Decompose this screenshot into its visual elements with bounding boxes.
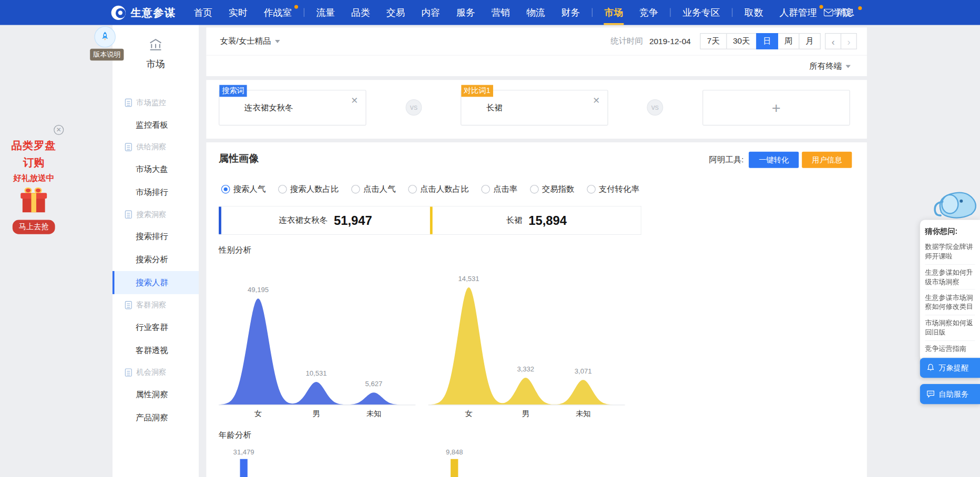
sidebar-item-搜索人群[interactable]: 搜索人群 (113, 271, 199, 294)
nav-item-业务专区[interactable]: 业务专区 (675, 0, 728, 25)
pager-group: ‹ › (825, 33, 856, 49)
age-bar-value: 9,848 (436, 449, 473, 456)
gift-icon (19, 188, 48, 214)
self-service-button[interactable]: 自助服务 (920, 384, 980, 404)
nav-item-交易[interactable]: 交易 (378, 0, 413, 25)
nav-item-内容[interactable]: 内容 (413, 0, 448, 25)
promo-close-icon[interactable]: ✕ (54, 125, 64, 135)
promo-cta-button[interactable]: 马上去抢 (13, 220, 55, 234)
assistant-panel-title: 猜你想问: (925, 225, 975, 239)
ask-question[interactable]: 数据学院金牌讲师开课啦 (925, 239, 975, 264)
tools-label: 阿明工具: (709, 154, 744, 165)
sidebar-section-供给洞察: 供给洞察 (113, 136, 199, 157)
sidebar-item-客群透视[interactable]: 客群透视 (113, 338, 199, 361)
metric-label: 点击率 (493, 184, 517, 195)
period-button-7天[interactable]: 7天 (700, 33, 727, 49)
nav-separator (670, 8, 670, 17)
period-button-周[interactable]: 周 (778, 33, 800, 49)
messages-entry[interactable]: 消息 (824, 0, 862, 25)
sidebar-item-搜索排行[interactable]: 搜索排行 (113, 225, 199, 248)
sidebar-item-搜索分析[interactable]: 搜索分析 (113, 248, 199, 271)
nav-item-财务[interactable]: 财务 (553, 0, 588, 25)
compare-cell: 连衣裙女秋冬51,947 (219, 206, 430, 234)
document-icon (125, 368, 132, 376)
radio-icon (530, 185, 539, 194)
terminal-filter[interactable]: 所有终端 (809, 60, 850, 71)
prev-page-button[interactable]: ‹ (825, 33, 841, 49)
metric-option-交易指数[interactable]: 交易指数 (530, 184, 574, 195)
metric-option-点击率[interactable]: 点击率 (481, 184, 517, 195)
sidebar-section-客群洞察: 客群洞察 (113, 294, 199, 315)
nav-item-市场[interactable]: 市场 (596, 0, 631, 25)
gender-chart-term1: 49,195女10,531男5,627未知 (219, 262, 415, 420)
terminal-filter-value: 所有终端 (809, 60, 842, 71)
nav-item-服务[interactable]: 服务 (448, 0, 483, 25)
next-page-button[interactable]: › (841, 33, 857, 49)
sidebar-item-市场排行[interactable]: 市场排行 (113, 181, 199, 204)
nav-item-人群管理[interactable]: 人群管理 (771, 0, 825, 25)
nav-item-物流[interactable]: 物流 (518, 0, 553, 25)
elephant-mascot[interactable] (927, 181, 980, 222)
rocket-icon (95, 26, 116, 47)
filter-toolbar: 女装/女士精品 统计时间 2019-12-04 7天30天日周月 ‹ › 所有终… (206, 27, 867, 76)
action-label: 万象提醒 (939, 362, 969, 373)
promo-line: 订购 (5, 155, 63, 170)
sidebar: 市场 市场监控监控看板供给洞察市场大盘市场排行搜索洞察搜索排行搜索分析搜索人群客… (113, 25, 199, 477)
compare-term-box[interactable]: 对比词1 长裙 ✕ (461, 90, 608, 126)
nav-item-流量[interactable]: 流量 (308, 0, 343, 25)
ask-question[interactable]: 生意参谋市场洞察如何修改类目 (925, 289, 975, 315)
period-button-日[interactable]: 日 (756, 33, 778, 49)
new-badge (819, 5, 823, 9)
nav-item-首页[interactable]: 首页 (186, 0, 221, 25)
period-button-30天[interactable]: 30天 (726, 33, 757, 49)
ask-question[interactable]: 生意参谋如何升级市场洞察 (925, 264, 975, 289)
sidebar-item-市场大盘[interactable]: 市场大盘 (113, 158, 199, 181)
sidebar-item-产品洞察[interactable]: 产品洞察 (113, 406, 199, 429)
nav-item-品类[interactable]: 品类 (343, 0, 379, 25)
app-logo[interactable]: 生意参谋 (111, 5, 176, 19)
add-term-button[interactable]: + (702, 90, 850, 126)
top-navigation: 生意参谋 首页实时作战室流量品类交易内容服务营销物流财务市场竞争业务专区取数人群… (0, 0, 980, 25)
radio-icon (221, 185, 230, 194)
svg-text:未知: 未知 (366, 409, 381, 418)
metric-option-点击人气[interactable]: 点击人气 (351, 184, 395, 195)
compare-term-tag: 对比词1 (461, 85, 493, 97)
module-title: 市场 (113, 59, 199, 71)
nav-item-实时[interactable]: 实时 (221, 0, 256, 25)
sidebar-item-属性洞察[interactable]: 属性洞察 (113, 383, 199, 406)
document-icon (125, 143, 132, 151)
nav-item-竞争[interactable]: 竞争 (631, 0, 667, 25)
nav-item-营销[interactable]: 营销 (483, 0, 518, 25)
metric-option-支付转化率[interactable]: 支付转化率 (587, 184, 639, 195)
metric-option-搜索人数占比[interactable]: 搜索人数占比 (278, 184, 339, 195)
period-button-月[interactable]: 月 (799, 33, 821, 49)
compare-cell: 长裙15,894 (430, 206, 640, 234)
section-label: 市场监控 (136, 97, 166, 108)
wanxiang-alert-button[interactable]: 万象提醒 (920, 358, 980, 378)
sidebar-item-监控看板[interactable]: 监控看板 (113, 113, 199, 136)
close-icon[interactable]: ✕ (593, 96, 600, 106)
close-icon[interactable]: ✕ (351, 96, 358, 106)
metric-option-点击人数占比[interactable]: 点击人数占比 (408, 184, 468, 195)
sidebar-item-行业客群[interactable]: 行业客群 (113, 315, 199, 338)
logo-text: 生意参谋 (130, 5, 176, 19)
document-icon (125, 98, 132, 106)
ask-question[interactable]: 竞争运营指南 (925, 340, 975, 357)
radio-icon (278, 185, 287, 194)
version-info-widget[interactable]: 版本说明 (90, 26, 120, 60)
tool-button-一键转化[interactable]: 一键转化 (749, 152, 799, 168)
nav-item-取数[interactable]: 取数 (736, 0, 771, 25)
nav-item-作战室[interactable]: 作战室 (256, 0, 300, 25)
metric-option-搜索人气[interactable]: 搜索人气 (221, 184, 266, 195)
metric-label: 支付转化率 (599, 184, 639, 195)
ask-question[interactable]: 市场洞察如何返回旧版 (925, 315, 975, 340)
search-term-box[interactable]: 搜索词 连衣裙女秋冬 ✕ (219, 90, 366, 126)
section-title: 属性画像 (219, 152, 259, 165)
section-label: 客群洞察 (136, 299, 166, 310)
gender-analysis-label: 性别分析 (219, 245, 251, 256)
notification-dot (858, 6, 862, 10)
sidebar-section-搜索洞察: 搜索洞察 (113, 204, 199, 225)
tool-button-用户信息[interactable]: 用户信息 (802, 152, 852, 168)
mail-icon (824, 9, 833, 16)
category-selector[interactable]: 女装/女士精品 (220, 36, 280, 47)
